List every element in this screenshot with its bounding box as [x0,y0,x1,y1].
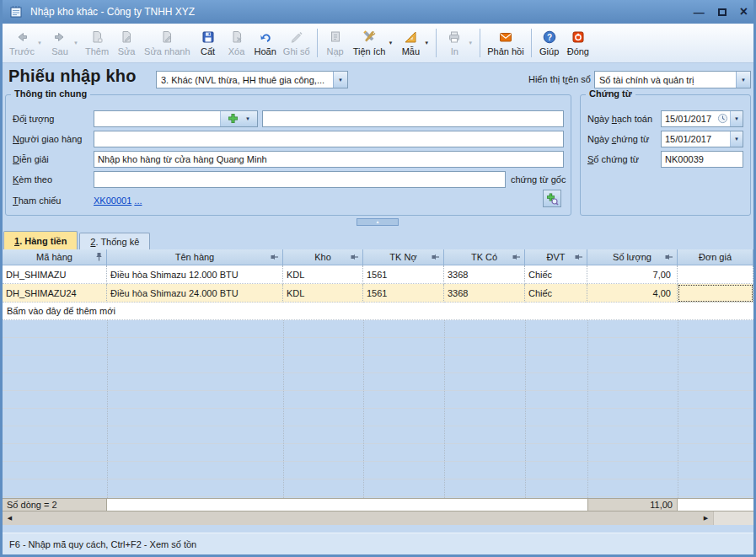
table-row[interactable]: DH_SHIMAZU Điều hòa Shimazu 12.000 BTU K… [3,265,753,284]
tab-hang-tien[interactable]: 1. Hàng tiền [3,231,78,249]
add-reference-button[interactable] [543,190,561,207]
grid-empty-area[interactable] [3,320,753,498]
column-header-kho[interactable]: Kho [283,249,363,265]
description-field[interactable]: Nhập kho hàng từ cửa hàng Quang Minh [94,151,564,168]
chevron-down-icon[interactable]: ▼ [730,131,743,147]
column-header-don-gia[interactable]: Đơn giá [678,249,753,265]
column-header-tk-no[interactable]: TK Nợ [363,249,444,265]
toolbar-separator [480,29,480,57]
app-window: Nhập kho khác - Công ty TNHH XYZ — × Trư… [0,0,756,557]
pin-horizontal-icon[interactable] [270,252,280,264]
toolbar-button-delete[interactable]: Xóa [223,24,251,62]
column-header-tk-co[interactable]: TK Có [444,249,525,265]
dropdown-caret-icon[interactable]: ▼ [424,40,429,46]
maximize-button[interactable] [718,8,727,16]
status-bar: F6 - Nhập mã quy cách, Ctrl+F2 - Xem số … [3,533,753,554]
minimize-button[interactable]: — [694,7,705,18]
cell-kho[interactable]: KDL [283,284,363,303]
object-combo[interactable]: ▼ [94,110,258,127]
cell-ten-hang[interactable]: Điều hòa Shimazu 12.000 BTU [107,265,283,284]
cell-don-gia-focused[interactable] [678,284,753,303]
splitter-collapse-button[interactable]: ▲ [357,218,399,226]
column-header-dvt[interactable]: ĐVT [525,249,587,265]
cell-so-luong[interactable]: 7,00 [587,265,678,284]
toolbar-button-quick-edit[interactable]: Sửa nhanh [141,24,193,62]
toolbar-button-utilities[interactable]: Tiện ích ▼ [350,24,397,62]
table-row-selected[interactable]: DH_SHIMAZU24 Điều hòa Shimazu 24.000 BTU… [3,284,753,303]
pin-horizontal-icon[interactable] [574,252,584,264]
pin-horizontal-icon[interactable] [664,252,674,264]
cell-kho[interactable]: KDL [283,265,363,284]
toolbar-button-previous[interactable]: Trước ▼ [6,24,46,62]
reference-more-link[interactable]: ... [134,195,142,206]
posting-date-picker[interactable]: 15/01/2017 ▼ [661,110,743,127]
horizontal-scrollbar[interactable]: ◀ ▶ [3,511,753,525]
toolbar-button-next[interactable]: Sau ▼ [46,24,82,62]
dropdown-caret-icon[interactable]: ▼ [73,40,78,46]
doc-no-field[interactable]: NK00039 [661,151,743,168]
cell-ten-hang[interactable]: Điều hòa Shimazu 24.000 BTU [107,284,283,303]
toolbar-button-close-window[interactable]: Đóng [564,24,592,62]
cell-ma-hang[interactable]: DH_SHIMAZU [3,265,107,284]
refresh-page-icon [328,29,343,45]
quantity-total: 11,00 [587,499,678,511]
chevron-down-icon[interactable]: ▼ [245,116,250,121]
dropdown-caret-icon[interactable]: ▼ [388,40,393,46]
voucher-type-select[interactable]: 3. Khác (NVL thừa, HH thuê gia công,... … [156,71,348,88]
scrollbar-track[interactable] [17,511,699,525]
clock-icon[interactable] [717,113,728,126]
pin-horizontal-icon[interactable] [350,252,360,264]
document-title: Chứng từ [586,88,635,99]
items-grid: Mã hàng Tên hàng Kho TK Nợ TK Có ĐVT [3,249,753,525]
cell-tk-no[interactable]: 1561 [363,284,444,303]
column-header-ma-hang[interactable]: Mã hàng [3,249,107,265]
column-header-ten-hang[interactable]: Tên hàng [107,249,283,265]
chevron-down-icon[interactable]: ▼ [333,72,347,88]
reference-link[interactable]: XK00001 [94,195,131,206]
column-header-so-luong[interactable]: Số lượng [587,249,678,265]
toolbar-button-load[interactable]: Nạp [321,24,350,62]
dropdown-caret-icon[interactable]: ▼ [468,40,473,46]
toolbar-button-post[interactable]: Ghi sổ [280,24,314,62]
cell-dvt[interactable]: Chiếc [525,265,587,284]
toolbar-button-help[interactable]: ?Giúp [535,24,564,62]
attach-field[interactable] [94,171,506,188]
add-plus-icon[interactable] [228,113,239,126]
cell-so-luong[interactable]: 4,00 [587,284,678,303]
add-new-row[interactable]: Bấm vào đây để thêm mới [3,303,753,320]
scroll-left-icon[interactable]: ◀ [3,511,17,525]
toolbar-button-template[interactable]: Mẫu ▼ [396,24,432,62]
pin-horizontal-icon[interactable] [431,252,441,264]
toolbar-button-add[interactable]: Thêm [82,24,112,62]
toolbar-button-save[interactable]: Cất [194,24,223,62]
forward-arrow-icon [52,29,67,45]
object-label: Đối tượng [13,114,54,124]
chevron-up-icon: ▲ [376,220,380,224]
pin-horizontal-icon[interactable] [512,252,522,264]
display-on-book-select[interactable]: Sổ tài chính và quản trị ▼ [594,71,751,88]
deliverer-field[interactable] [94,131,564,147]
dropdown-caret-icon[interactable]: ▼ [37,40,42,46]
cell-tk-co[interactable]: 3368 [444,284,525,303]
cell-dvt[interactable]: Chiếc [525,284,587,303]
general-info-title: Thông tin chung [11,88,90,99]
pin-vertical-icon[interactable] [94,252,104,264]
set-square-icon [403,29,418,45]
chevron-down-icon[interactable]: ▼ [736,72,750,88]
close-button[interactable]: × [740,5,748,19]
toolbar-button-print[interactable]: In ▼ [440,24,476,62]
cell-tk-no[interactable]: 1561 [363,265,444,284]
reference-links: XK00001 ... [94,195,142,206]
cell-tk-co[interactable]: 3368 [444,265,525,284]
toolbar-button-feedback[interactable]: Phản hồi [484,24,527,62]
doc-date-picker[interactable]: 15/01/2017 ▼ [661,131,743,147]
toolbar-button-edit[interactable]: Sửa [112,24,141,62]
cell-ma-hang[interactable]: DH_SHIMAZU24 [3,284,107,303]
scroll-right-icon[interactable]: ▶ [699,511,713,525]
cell-don-gia[interactable] [678,265,753,284]
object-name-field[interactable] [262,110,564,127]
tab-thong-ke[interactable]: 2. Thống kê [79,233,150,249]
deliverer-label: Người giao hàng [13,134,82,144]
toolbar-button-undo[interactable]: Hoãn [251,24,280,62]
chevron-down-icon[interactable]: ▼ [730,111,743,126]
